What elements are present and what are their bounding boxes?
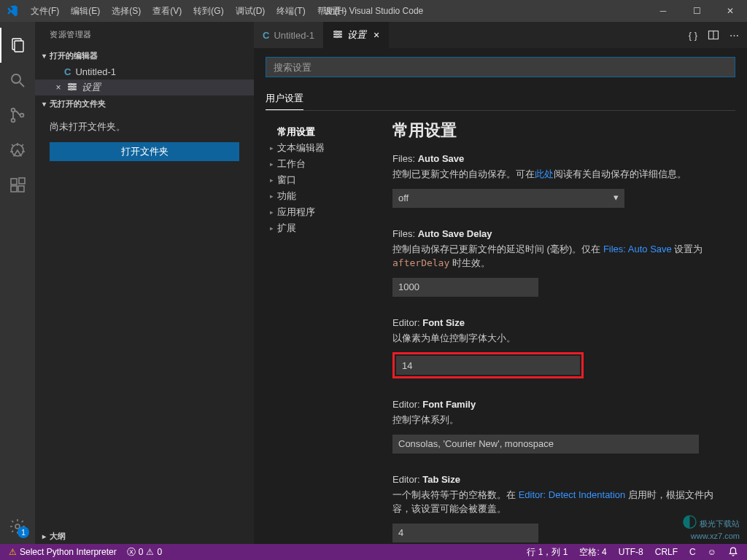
svg-point-4 xyxy=(12,109,15,112)
tab-untitled[interactable]: C Untitled-1 xyxy=(254,22,324,48)
toc-features[interactable]: ▸功能 xyxy=(266,188,390,204)
activity-extensions-icon[interactable] xyxy=(0,168,35,203)
status-eol[interactable]: CRLF xyxy=(652,544,681,560)
status-language[interactable]: C xyxy=(686,544,699,560)
setting-auto-save: Files: Auto Save 控制已更新文件的自动保存。可在此处阅读有关自动… xyxy=(392,153,724,208)
menu-terminal[interactable]: 终端(T) xyxy=(271,0,311,22)
font-family-input[interactable] xyxy=(392,435,699,454)
toc-text-editor[interactable]: ▸文本编辑器 xyxy=(266,140,390,156)
font-size-input[interactable] xyxy=(396,356,580,375)
status-problems[interactable]: ⓧ0 ⚠0 xyxy=(124,544,165,560)
svg-point-27 xyxy=(336,31,337,32)
open-editor-settings[interactable]: × 设置 xyxy=(35,79,254,96)
open-folder-button[interactable]: 打开文件夹 xyxy=(50,142,239,161)
split-editor-icon[interactable] xyxy=(705,26,722,44)
toc-common[interactable]: 常用设置 xyxy=(266,124,390,140)
menu-goto[interactable]: 转到(G) xyxy=(187,0,229,22)
tab-size-input[interactable] xyxy=(392,524,538,542)
menu-edit[interactable]: 编辑(E) xyxy=(65,0,106,22)
tab-settings[interactable]: 设置 × xyxy=(324,22,389,48)
auto-save-delay-input[interactable] xyxy=(392,278,538,297)
chevron-right-icon: ▸ xyxy=(38,532,50,540)
auto-save-link[interactable]: Files: Auto Save xyxy=(603,244,672,254)
status-encoding[interactable]: UTF-8 xyxy=(616,544,646,560)
svg-point-22 xyxy=(73,85,74,87)
svg-point-29 xyxy=(336,36,338,37)
window-title: 设置 - Visual Studio Code xyxy=(324,5,424,18)
status-bar: ⚠ Select Python Interpreter ⓧ0 ⚠0 行 1，列 … xyxy=(0,544,747,560)
chevron-right-icon: ▸ xyxy=(266,176,277,184)
status-bell-icon[interactable] xyxy=(725,544,741,560)
tab-label: 设置 xyxy=(347,28,366,42)
outline-header[interactable]: ▸ 大纲 xyxy=(35,528,254,544)
toc-application[interactable]: ▸应用程序 xyxy=(266,204,390,220)
tab-label: Untitled-1 xyxy=(274,30,314,41)
chevron-down-icon: ▾ xyxy=(38,100,50,108)
setting-font-family: Editor: Font Family 控制字体系列。 xyxy=(392,399,724,454)
open-settings-json-icon[interactable]: { } xyxy=(684,26,702,44)
window-close-button[interactable]: ✕ xyxy=(713,0,747,22)
window-maximize-button[interactable]: ☐ xyxy=(680,0,713,22)
editor-area: C Untitled-1 设置 × { } ⋯ 用户设置 xyxy=(254,22,747,544)
svg-line-9 xyxy=(12,144,14,147)
toc-extensions[interactable]: ▸扩展 xyxy=(266,220,390,236)
activity-settings-icon[interactable]: 1 xyxy=(0,509,35,544)
status-feedback-icon[interactable]: ☺ xyxy=(705,544,719,560)
menu-file[interactable]: 文件(F) xyxy=(25,0,65,22)
tab-close-icon[interactable]: × xyxy=(374,29,379,41)
menu-select[interactable]: 选择(S) xyxy=(106,0,147,22)
auto-save-select[interactable]: off xyxy=(392,189,624,208)
warning-icon: ⚠ xyxy=(9,547,17,557)
status-python-interpreter[interactable]: ⚠ Select Python Interpreter xyxy=(6,544,120,560)
editor-tabs: C Untitled-1 设置 × { } ⋯ xyxy=(254,22,747,48)
svg-rect-16 xyxy=(19,178,25,184)
auto-save-doc-link[interactable]: 此处 xyxy=(535,168,554,179)
activity-explorer-icon[interactable] xyxy=(0,28,35,63)
chevron-right-icon: ▸ xyxy=(266,225,277,232)
chevron-down-icon: ▾ xyxy=(38,52,50,60)
detect-indentation-link[interactable]: Editor: Detect Indentation xyxy=(519,489,626,500)
window-minimize-button[interactable]: ─ xyxy=(646,0,680,22)
setting-font-size: Editor: Font Size 以像素为单位控制字体大小。 xyxy=(392,317,724,379)
gear-icon xyxy=(67,82,77,94)
settings-badge: 1 xyxy=(18,526,29,538)
menu-view[interactable]: 查看(V) xyxy=(147,0,187,22)
activity-debug-icon[interactable] xyxy=(0,133,35,168)
explorer-sidebar: 资源管理器 ▾ 打开的编辑器 C Untitled-1 × 设置 ▾ 无打开的文… xyxy=(35,22,254,544)
status-ln-col[interactable]: 行 1，列 1 xyxy=(524,544,570,560)
chevron-right-icon: ▸ xyxy=(266,160,277,168)
svg-point-5 xyxy=(12,119,15,122)
chevron-right-icon: ▸ xyxy=(266,209,277,216)
vscode-app-icon xyxy=(0,0,25,22)
activity-bar: 1 xyxy=(0,22,35,544)
activity-scm-icon[interactable] xyxy=(0,98,35,133)
setting-auto-save-delay: Files: Auto Save Delay 控制自动保存已更新文件的延迟时间 … xyxy=(392,228,724,297)
settings-search-input[interactable] xyxy=(266,57,735,77)
settings-scope-user[interactable]: 用户设置 xyxy=(266,88,303,110)
open-editor-untitled[interactable]: C Untitled-1 xyxy=(35,63,254,79)
open-editor-label: 设置 xyxy=(82,81,101,94)
no-folder-message: 尚未打开文件夹。 xyxy=(35,112,254,142)
font-size-highlight xyxy=(392,352,584,378)
svg-line-10 xyxy=(21,144,23,147)
svg-point-21 xyxy=(70,83,71,85)
more-actions-icon[interactable]: ⋯ xyxy=(725,26,743,44)
menu-debug[interactable]: 调试(D) xyxy=(230,0,271,22)
svg-line-3 xyxy=(20,82,24,87)
open-editors-header[interactable]: ▾ 打开的编辑器 xyxy=(35,47,254,63)
svg-rect-14 xyxy=(11,186,17,192)
gear-icon xyxy=(333,29,343,42)
status-indent[interactable]: 空格: 4 xyxy=(576,544,609,560)
toc-workbench[interactable]: ▸工作台 xyxy=(266,156,390,172)
svg-rect-1 xyxy=(15,41,23,52)
svg-point-6 xyxy=(20,114,24,117)
svg-rect-15 xyxy=(18,186,24,192)
open-editor-label: Untitled-1 xyxy=(75,66,116,77)
no-folder-header[interactable]: ▾ 无打开的文件夹 xyxy=(35,96,254,112)
activity-search-icon[interactable] xyxy=(0,63,35,98)
close-icon[interactable]: × xyxy=(53,82,64,93)
warning-icon: ⚠ xyxy=(146,547,154,557)
toc-window[interactable]: ▸窗口 xyxy=(266,172,390,188)
svg-rect-13 xyxy=(11,179,17,184)
chevron-right-icon: ▸ xyxy=(266,144,277,152)
